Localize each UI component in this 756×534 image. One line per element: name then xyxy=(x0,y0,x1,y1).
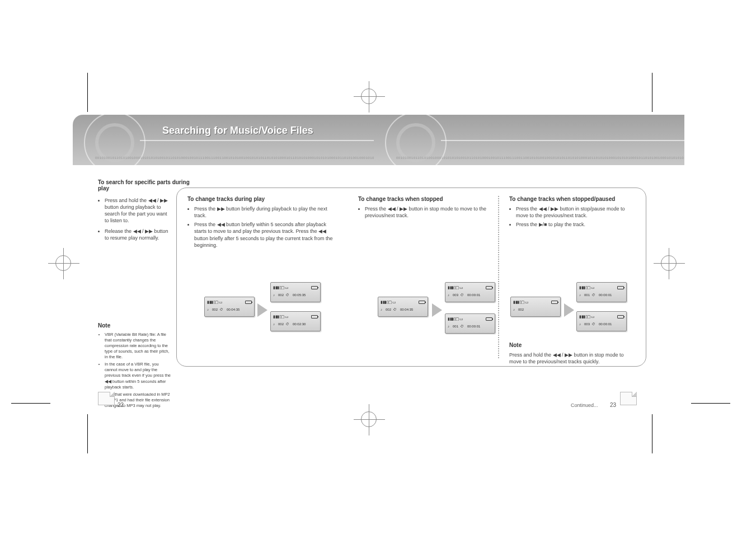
signal-icon: ▮▮▮▯▢▭ xyxy=(448,317,463,321)
registration-mark-icon xyxy=(361,88,377,104)
decorative-line xyxy=(140,140,374,141)
decorative-line xyxy=(441,140,684,141)
note-heading: Note xyxy=(509,341,632,349)
header-banner-right: 0010100101101010010001010101010010110101… xyxy=(374,115,684,165)
clock-icon xyxy=(286,322,290,326)
clock-icon xyxy=(393,308,398,311)
lcd-tile: ▮▮▮▯▢▭ 00200:04:35 xyxy=(204,297,255,317)
track-time: 00:04:35 xyxy=(227,308,240,311)
page-number-right: 23 xyxy=(610,402,616,408)
track-time: 00:00:01 xyxy=(467,325,480,328)
track-time: 00:00:01 xyxy=(467,293,480,297)
section-heading: To change tracks when stopped/paused xyxy=(509,196,635,202)
registration-mark-icon xyxy=(661,255,677,271)
crop-mark xyxy=(652,73,652,112)
note-icon xyxy=(207,308,210,311)
lcd-tile: ▮▮▮▯▢▭ 00100:00:01 xyxy=(445,313,495,334)
note-item: VBR (Variable Bit Rate) file: A file tha… xyxy=(105,332,171,360)
section-heading: To change tracks when stopped xyxy=(358,196,487,202)
clock-icon xyxy=(461,325,465,328)
note-block: Note Press and hold the ◀◀ / ▶▶ button i… xyxy=(509,341,632,365)
clock-icon xyxy=(592,322,597,326)
battery-icon xyxy=(617,286,624,289)
track-number: 001 xyxy=(584,293,590,297)
continued-label: Continued... xyxy=(571,402,598,408)
battery-icon xyxy=(617,315,624,318)
clock-icon xyxy=(461,293,465,297)
note-item: In the case of a VBR file, you cannot mo… xyxy=(105,362,171,390)
note-icon xyxy=(381,308,383,311)
track-number: 003 xyxy=(453,293,458,297)
note-icon xyxy=(579,293,582,297)
clock-icon xyxy=(286,293,290,297)
crop-mark xyxy=(87,414,88,453)
vertical-divider xyxy=(498,196,499,358)
bullet-item: Press the ◀◀ button briefly within 5 sec… xyxy=(194,221,333,249)
section-heading: To search for specific parts during play xyxy=(98,179,190,191)
lcd-tile: ▮▮▮▯▢▭ 00200:04:35 xyxy=(378,297,428,317)
battery-icon xyxy=(311,286,318,289)
decorative-binary-text: 0010100101101010010001010101010010110101… xyxy=(396,156,684,160)
arrow-right-icon xyxy=(564,303,574,317)
track-number: 002 xyxy=(386,308,391,311)
section-heading: To change tracks during play xyxy=(187,196,333,202)
crop-mark xyxy=(652,414,652,453)
bullet-item: Press the ◀◀ / ▶▶ button in stop mode to… xyxy=(365,205,487,219)
lcd-tile: ▮▮▮▯▢▭ 00200:02:30 xyxy=(270,311,321,331)
note-icon xyxy=(273,293,276,297)
bullet-item: Press the ◀◀ / ▶▶ button in stop/pause m… xyxy=(516,205,635,219)
page-title: Searching for Music/Voice Files xyxy=(162,125,313,137)
note-icon xyxy=(448,325,450,328)
track-time: 00:02:30 xyxy=(293,322,306,326)
lcd-tile: ▮▮▮▯▢▭ 002 xyxy=(510,297,561,317)
track-number: 002 xyxy=(278,293,284,297)
lcd-tile: ▮▮▮▯▢▭ 00200:05:35 xyxy=(270,282,321,302)
note-text: Press and hold the ◀◀ / ▶▶ button in sto… xyxy=(509,352,632,365)
clock-icon xyxy=(592,293,597,297)
signal-icon: ▮▮▮▯▢▭ xyxy=(513,300,528,305)
crop-mark xyxy=(11,403,50,404)
track-time: 00:00:01 xyxy=(599,322,612,326)
track-number: 002 xyxy=(212,308,218,311)
registration-mark-icon xyxy=(361,411,377,427)
signal-icon: ▮▮▮▯▢▭ xyxy=(273,285,288,290)
track-time: 00:04:35 xyxy=(400,308,413,311)
battery-icon xyxy=(486,286,492,289)
lcd-tile: ▮▮▮▯▢▭ 00100:00:01 xyxy=(576,282,627,302)
track-number: 002 xyxy=(518,308,524,311)
note-icon xyxy=(579,322,582,326)
note-heading: Note xyxy=(98,322,171,330)
arrow-right-icon xyxy=(257,303,267,317)
signal-icon: ▮▮▮▯▢▭ xyxy=(448,285,463,290)
battery-icon xyxy=(551,301,558,304)
note-icon xyxy=(448,293,450,297)
box-col2: To change tracks when stopped Press the … xyxy=(358,196,487,222)
page-corner-icon xyxy=(620,392,637,405)
bullet-item: Press the ▶▶ button briefly during playb… xyxy=(194,205,333,219)
track-time: 00:05:35 xyxy=(293,293,306,297)
registration-mark-icon xyxy=(55,255,71,271)
print-spread: Searching for Music/Voice Files 00101001… xyxy=(0,0,756,534)
battery-icon xyxy=(419,301,425,304)
signal-icon: ▮▮▮▯▢▭ xyxy=(207,300,222,305)
bullet-item: Release the ◀◀ / ▶▶ button to resume pla… xyxy=(105,228,171,241)
note-icon xyxy=(273,322,276,326)
crop-mark xyxy=(691,403,730,404)
track-number: 001 xyxy=(453,325,458,328)
left-text-block: Press and hold the ◀◀ / ▶▶ button during… xyxy=(98,195,171,243)
clock-icon xyxy=(220,308,224,311)
battery-icon xyxy=(311,315,318,318)
track-number: 002 xyxy=(278,322,284,326)
decorative-binary-text: 0010100101101010010001010101010010110101… xyxy=(95,156,374,160)
arrow-right-icon xyxy=(432,303,442,317)
signal-icon: ▮▮▮▯▢▭ xyxy=(273,315,288,319)
signal-icon: ▮▮▮▯▢▭ xyxy=(381,300,396,305)
header-banner-left: Searching for Music/Voice Files 00101001… xyxy=(73,115,374,165)
bullet-item: Press and hold the ◀◀ / ▶▶ button during… xyxy=(105,197,171,224)
box-col1: To change tracks during play Press the ▶… xyxy=(187,196,333,252)
bullet-item: Press the ▶/■ to play the track. xyxy=(516,221,635,228)
lcd-tile: ▮▮▮▯▢▭ 00300:00:01 xyxy=(445,282,495,302)
battery-icon xyxy=(245,301,252,304)
left-column-intro: To search for specific parts during play xyxy=(98,179,190,191)
track-number: 003 xyxy=(584,322,590,326)
